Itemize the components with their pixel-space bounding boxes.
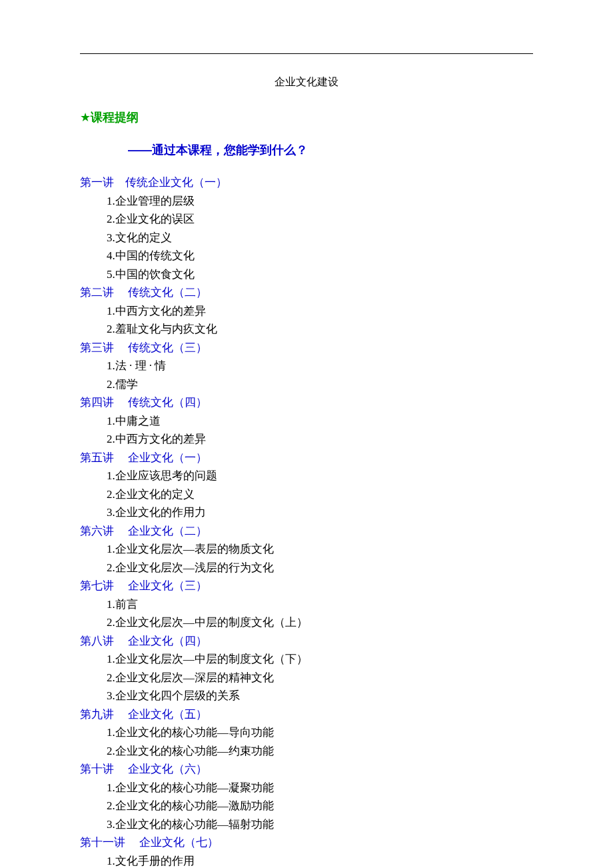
lecture-heading: 第四讲 传统文化（四）	[80, 394, 533, 411]
lecture-heading: 第十讲 企业文化（六）	[80, 761, 533, 778]
horizontal-rule	[80, 53, 533, 54]
outline-item: 3.企业文化的作用力	[107, 504, 533, 521]
document-title: 企业文化建设	[80, 74, 533, 90]
outline-heading-row: ★课程提纲	[80, 109, 533, 127]
lecture-heading: 第三讲 传统文化（三）	[80, 339, 533, 357]
outline-item: 3.文化的定义	[107, 229, 533, 247]
outline-item: 2.企业文化层次—浅层的行为文化	[107, 559, 533, 577]
outline-item: 1.前言	[107, 596, 533, 613]
outline-item: 3.企业文化四个层级的关系	[107, 687, 533, 705]
lecture-heading: 第八讲 企业文化（四）	[80, 633, 533, 650]
lecture-heading: 第十一讲 企业文化（七）	[80, 834, 533, 851]
outline-item: 1.中西方文化的差异	[107, 303, 533, 320]
lecture-heading: 第二讲 传统文化（二）	[80, 284, 533, 301]
outline-item: 1.企业文化的核心功能—导向功能	[107, 724, 533, 741]
outline-item: 1.企业文化层次—表层的物质文化	[107, 541, 533, 558]
lectures-container: 第一讲 传统企业文化（一）1.企业管理的层级2.企业文化的误区3.文化的定义4.…	[80, 174, 533, 868]
document-page: 企业文化建设 ★课程提纲 ——通过本课程，您能学到什么？ 第一讲 传统企业文化（…	[0, 0, 613, 868]
lecture-heading: 第六讲 企业文化（二）	[80, 523, 533, 540]
outline-item: 2.中西方文化的差异	[107, 431, 533, 448]
outline-item: 1.法 · 理 · 情	[107, 357, 533, 375]
outline-item: 1.企业管理的层级	[107, 193, 533, 210]
outline-item: 1.企业文化层次—中层的制度文化（下）	[107, 651, 533, 668]
lecture-heading: 第一讲 传统企业文化（一）	[80, 174, 533, 191]
outline-item: 2.企业文化的定义	[107, 486, 533, 503]
outline-item: 2.企业文化的误区	[107, 211, 533, 228]
outline-item: 2.企业文化的核心功能—激励功能	[107, 797, 533, 815]
outline-item: 1.企业文化的核心功能—凝聚功能	[107, 779, 533, 797]
outline-item: 4.中国的传统文化	[107, 247, 533, 265]
outline-item: 1.中庸之道	[107, 413, 533, 430]
outline-item: 2.企业文化的核心功能—约束功能	[107, 743, 533, 760]
outline-item: 2.羞耻文化与内疚文化	[107, 321, 533, 338]
outline-item: 3.企业文化的核心功能—辐射功能	[107, 816, 533, 833]
star-icon: ★	[80, 111, 91, 124]
outline-label: 课程提纲	[91, 111, 139, 124]
outline-item: 2.儒学	[107, 376, 533, 393]
outline-item: 2.企业文化层次—深层的精神文化	[107, 669, 533, 687]
outline-item: 5.中国的饮食文化	[107, 266, 533, 283]
outline-item: 2.企业文化层次—中层的制度文化（上）	[107, 614, 533, 631]
outline-item: 1.文化手册的作用	[107, 853, 533, 869]
course-subtitle: ——通过本课程，您能学到什么？	[128, 141, 533, 159]
lecture-heading: 第九讲 企业文化（五）	[80, 706, 533, 723]
lecture-heading: 第七讲 企业文化（三）	[80, 577, 533, 595]
lecture-heading: 第五讲 企业文化（一）	[80, 449, 533, 467]
outline-item: 1.企业应该思考的问题	[107, 467, 533, 485]
